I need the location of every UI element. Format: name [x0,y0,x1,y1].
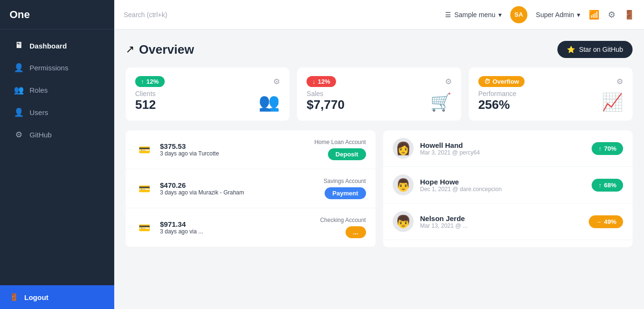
logout-label: Logout [24,293,49,301]
star-label: Star on GitHub [579,46,623,53]
sidebar-item-users[interactable]: 👤 Users [4,102,110,123]
sidebar-label-users: Users [30,108,48,116]
page-title-wrap: ↗ Overview [126,42,194,57]
clients-gear-icon[interactable]: ⚙ [273,77,280,86]
person-info-2: Hope Howe Dec 1, 2021 @ dare.concepcion [420,178,585,193]
stat-card-body-sales: Sales $7,770 🛒 [307,90,451,112]
transaction-sub-3: 3 days ago via ... [160,228,313,235]
person-date-1: Mar 3, 2021 @ percy64 [420,149,585,156]
transaction-amount-3: $971.34 [160,220,313,228]
transaction-time-3: 3 days ago [160,228,188,235]
person-info-1: Howell Hand Mar 3, 2021 @ percy64 [420,141,585,156]
menu-label: Sample menu [454,11,495,19]
checking-button[interactable]: ... [346,226,366,238]
app-logo: One [0,0,114,29]
logout-button[interactable]: 🚪 Logout [0,285,114,309]
panels-row: 💳 $375.53 3 days ago via Turcotte Home L… [126,130,633,247]
stat-card-clients: ↑ 12% ⚙ Clients 512 👥 [126,68,289,121]
clients-badge-text: 12% [147,78,159,85]
person-name-3: Nelson Jerde [420,214,582,222]
transaction-icon-2: 💳 [135,180,153,198]
roles-icon: 👥 [13,85,24,95]
deposit-button[interactable]: Deposit [328,148,366,160]
search-input[interactable]: Search (ctrl+k) [124,11,437,19]
sidebar-item-roles[interactable]: 👥 Roles [4,79,110,101]
sales-label: Sales [307,90,345,97]
transaction-sub-2: 3 days ago via Murazik - Graham [160,189,317,196]
stat-card-sales: ↓ 12% ⚙ Sales $7,770 🛒 [297,68,461,121]
search-placeholder: Search (ctrl+k) [124,11,167,19]
admin-label: Super Admin [536,11,574,19]
transaction-icon-3: 💳 [135,219,153,237]
sales-badge-text: 12% [318,78,330,85]
page-header: ↗ Overview ⭐ Star on GitHub [126,41,633,58]
stat-card-header-clients: ↑ 12% ⚙ [135,76,280,87]
clock-icon: ⏱ [484,78,490,85]
hamburger-icon: ☰ [445,11,451,19]
up-arrow-icon: ↑ [598,182,602,189]
app-title: One [10,9,30,21]
users-icon: 👤 [13,107,24,117]
topbar-right: ☰ Sample menu ▾ SA Super Admin ▾ 📶 ⚙ 🚪 [445,6,634,23]
sidebar-item-permissions[interactable]: 👤 Permissions [4,57,110,78]
avatar: SA [510,6,527,23]
stat-card-body-clients: Clients 512 👥 [135,90,280,112]
content-area: ↗ Overview ⭐ Star on GitHub ↑ 12% ⚙ [114,29,644,309]
person-item-2: 👨 Hope Howe Dec 1, 2021 @ dare.concepcio… [383,167,633,203]
chevron-down-icon: ▾ [498,11,502,19]
clients-badge: ↑ 12% [135,76,165,87]
up-arrow-icon: ↑ [141,78,144,85]
transaction-right-3: Checking Account ... [320,217,366,238]
github-topbar-icon[interactable]: ⚙ [608,10,615,20]
topbar: Search (ctrl+k) ☰ Sample menu ▾ SA Super… [114,0,644,29]
sidebar-label-github: GitHub [30,131,52,139]
transaction-info-3: $971.34 3 days ago via ... [160,220,313,235]
transaction-amount-2: $470.26 [160,181,317,189]
logout-topbar-icon[interactable]: 🚪 [624,10,634,20]
sidebar-nav: 🖥 Dashboard 👤 Permissions 👥 Roles 👤 User… [0,29,114,285]
person-name-2: Hope Howe [420,178,585,186]
permissions-icon: 👤 [13,63,24,73]
sample-menu[interactable]: ☰ Sample menu ▾ [445,11,501,19]
sidebar: One 🖥 Dashboard 👤 Permissions 👥 Roles 👤 … [0,0,114,309]
avatar-initials: SA [515,11,523,18]
transaction-item: 💳 $375.53 3 days ago via Turcotte Home L… [126,130,376,169]
page-title: Overview [139,42,194,57]
sales-badge: ↓ 12% [307,76,336,87]
stat-card-body-performance: Performance 256% 📈 [478,90,623,112]
transaction-sub-1: 3 days ago via Turcotte [160,150,307,157]
transaction-item-3: 💳 $971.34 3 days ago via ... Checking Ac… [126,208,376,247]
person-item-1: 👩 Howell Hand Mar 3, 2021 @ percy64 ↑ 70… [383,130,633,167]
trending-icon: ↗ [126,43,134,56]
admin-menu[interactable]: Super Admin ▾ [536,11,580,19]
wifi-off-icon[interactable]: 📶 [589,10,599,20]
person-name-1: Howell Hand [420,141,585,149]
star-github-button[interactable]: ⭐ Star on GitHub [557,41,633,58]
performance-value: 256% [478,97,516,112]
transaction-item-2: 💳 $470.26 3 days ago via Murazik - Graha… [126,169,376,208]
sales-value: $7,770 [307,97,345,112]
main-area: Search (ctrl+k) ☰ Sample menu ▾ SA Super… [114,0,644,309]
person-avatar-3: 👦 [393,211,414,232]
sidebar-item-github[interactable]: ⚙ GitHub [4,124,110,145]
transaction-account-1: Home Loan Account [314,139,366,145]
people-panel: 👩 Howell Hand Mar 3, 2021 @ percy64 ↑ 70… [383,130,633,247]
performance-badge: ⏱ Overflow [478,76,525,87]
sidebar-item-dashboard[interactable]: 🖥 Dashboard [4,35,110,56]
chevron-down-icon: ▾ [577,11,580,19]
performance-gear-icon[interactable]: ⚙ [616,77,623,86]
performance-icon: 📈 [602,92,623,112]
transaction-amount-1: $375.53 [160,142,307,150]
transaction-account-2: Savings Account [324,178,366,184]
transaction-right-2: Savings Account Payment [324,178,366,199]
person-avatar-2: 👨 [393,174,414,195]
payment-button[interactable]: Payment [325,187,366,199]
performance-badge-text: Overflow [493,78,519,85]
stat-card-header-sales: ↓ 12% ⚙ [307,76,451,87]
right-arrow-icon: → [595,218,602,225]
clients-icon: 👥 [258,92,280,112]
sales-gear-icon[interactable]: ⚙ [445,77,452,86]
performance-label: Performance [478,90,516,97]
transaction-via-3: via ... [189,228,203,235]
transaction-time-1: 3 days ago [160,150,188,157]
